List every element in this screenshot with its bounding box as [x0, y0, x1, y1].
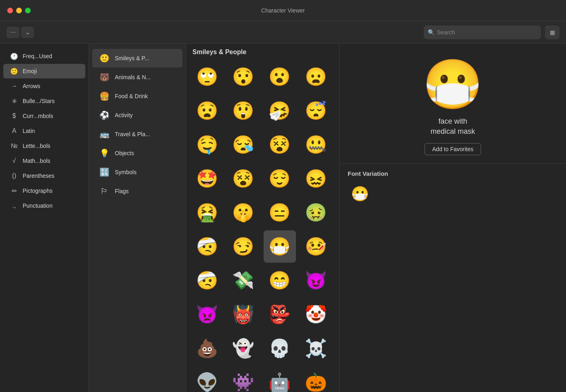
sidebar-icon-currency: $ [10, 112, 19, 120]
sidebar-icon-punctuation: ., [10, 201, 19, 210]
emoji-cell[interactable]: 😖 [300, 162, 332, 195]
sidebar-icon-parentheses: () [10, 171, 19, 180]
emoji-cell[interactable]: 👺 [264, 298, 296, 331]
close-button[interactable] [7, 8, 13, 13]
emoji-cell[interactable]: 🤡 [300, 298, 332, 331]
detail-bottom: Font Variation 😷 [340, 164, 566, 213]
category-item-symbols[interactable]: 🔣Symbols [92, 163, 182, 181]
emoji-cell[interactable]: 😏 [227, 230, 260, 263]
sidebar-label-currency: Curr...mbols [23, 113, 53, 119]
category-item-objects[interactable]: 💡Objects [92, 144, 182, 162]
emoji-cell[interactable]: 🤢 [300, 196, 332, 229]
sidebar-label-punctuation: Punctuation [23, 202, 53, 209]
emoji-cell[interactable]: 😷 [264, 230, 296, 263]
sidebar-item-arrows[interactable]: →Arrows [3, 79, 85, 93]
sidebar-icon-math: √ [10, 156, 19, 165]
add-to-favorites-button[interactable]: Add to Favorites [424, 143, 481, 155]
emoji-cell[interactable]: 🤮 [191, 196, 223, 229]
emoji-cell[interactable]: 🤖 [264, 366, 296, 392]
grid-view-button[interactable]: ▦ [545, 25, 560, 39]
emoji-cell[interactable]: 😪 [227, 129, 260, 161]
emoji-cell[interactable]: ☠️ [300, 332, 332, 365]
emoji-cell[interactable]: 🤤 [191, 129, 223, 161]
category-label-smileys: Smileys & P... [115, 55, 149, 61]
category-item-flags[interactable]: 🏳Flags [92, 182, 182, 200]
font-variation-title: Font Variation [348, 170, 558, 177]
sidebar-item-letter-symbols[interactable]: №Lette...bols [3, 139, 85, 153]
emoji-cell[interactable]: 💸 [227, 264, 260, 297]
emoji-cell[interactable]: 🤐 [300, 129, 332, 161]
titlebar: Character Viewer [0, 0, 566, 21]
detail-name: face withmedical mask [431, 116, 475, 137]
ellipsis-icon: ··· [10, 29, 15, 36]
sidebar-label-latin: Latin [23, 128, 35, 134]
emoji-cell[interactable]: 🎃 [300, 366, 332, 392]
menu-button[interactable]: ··· [6, 27, 19, 38]
emoji-cell[interactable]: 👹 [227, 298, 260, 331]
sidebar-label-letter-symbols: Lette...bols [23, 143, 51, 149]
emoji-cell[interactable]: 😯 [227, 61, 260, 93]
font-variation-cell[interactable]: 😷 [348, 182, 372, 206]
emoji-cell[interactable]: 👾 [227, 366, 260, 392]
emoji-cell[interactable]: 🤧 [264, 95, 296, 127]
sidebar-item-bullets-stars[interactable]: ✳Bulle.../Stars [3, 94, 85, 108]
emoji-grid: 🙄😯😮😦😧😲🤧😴🤤😪😵🤐🤩😵😌😖🤮🤫😑🤢🤕😏😷🤒🤕💸😁😈👿👹👺🤡💩👻💀☠️👽👾🤖… [191, 61, 334, 392]
category-item-activity[interactable]: ⚽Activity [92, 106, 182, 124]
search-box: 🔍 [424, 25, 541, 39]
category-item-food[interactable]: 🍔Food & Drink [92, 87, 182, 105]
category-item-travel[interactable]: 🚌Travel & Pla... [92, 125, 182, 143]
emoji-cell[interactable]: 💩 [191, 332, 223, 365]
emoji-cell[interactable]: 😈 [300, 264, 332, 297]
emoji-cell[interactable]: 👻 [227, 332, 260, 365]
emoji-grid-title: Smileys & People [191, 48, 334, 56]
emoji-cell[interactable]: 🤩 [191, 162, 223, 195]
emoji-cell[interactable]: 😲 [227, 95, 260, 127]
sidebar-label-parentheses: Parentheses [23, 173, 55, 179]
emoji-cell[interactable]: 👿 [191, 298, 223, 331]
category-label-animals: Animals & N... [115, 74, 151, 80]
window-title: Character Viewer [261, 7, 305, 14]
category-label-flags: Flags [115, 188, 129, 194]
window-controls [7, 8, 31, 13]
sidebar-item-currency[interactable]: $Curr...mbols [3, 109, 85, 123]
sidebar-label-freq-used: Freq...Used [23, 53, 52, 59]
sidebar-item-pictographs[interactable]: ✏Pictographs [3, 183, 85, 198]
emoji-cell[interactable]: 🤫 [227, 196, 260, 229]
sidebar-item-parentheses[interactable]: ()Parentheses [3, 169, 85, 183]
category-icon-activity: ⚽ [99, 110, 110, 121]
emoji-cell[interactable]: 💀 [264, 332, 296, 365]
sidebar-item-punctuation[interactable]: .,Punctuation [3, 198, 85, 213]
emoji-grid-column: Smileys & People 🙄😯😮😦😧😲🤧😴🤤😪😵🤐🤩😵😌😖🤮🤫😑🤢🤕😏😷… [186, 44, 340, 392]
emoji-cell[interactable]: 👽 [191, 366, 223, 392]
emoji-cell[interactable]: 😦 [300, 61, 332, 93]
emoji-cell[interactable]: 😵 [264, 129, 296, 161]
sidebar-icon-pictographs: ✏ [10, 186, 19, 195]
sidebar-item-emoji[interactable]: 🙂Emoji [3, 64, 85, 78]
sidebar-label-math: Math...bols [23, 158, 50, 164]
category-item-smileys[interactable]: 🙂Smileys & P... [92, 49, 182, 67]
sidebar-icon-bullets-stars: ✳ [10, 97, 19, 105]
sidebar-item-math[interactable]: √Math...bols [3, 154, 85, 168]
emoji-cell[interactable]: 🤒 [300, 230, 332, 263]
emoji-cell[interactable]: 😴 [300, 95, 332, 127]
emoji-cell[interactable]: 😮 [264, 61, 296, 93]
emoji-cell[interactable]: 🤕 [191, 264, 223, 297]
sidebar-label-emoji: Emoji [23, 68, 37, 74]
emoji-cell[interactable]: 😵 [227, 162, 260, 195]
emoji-cell[interactable]: 😑 [264, 196, 296, 229]
dropdown-button[interactable]: ⌄ [21, 27, 34, 38]
sidebar-item-latin[interactable]: ALatin [3, 124, 85, 138]
maximize-button[interactable] [25, 8, 31, 13]
minimize-button[interactable] [16, 8, 22, 13]
category-item-animals[interactable]: 🐻Animals & N... [92, 68, 182, 86]
emoji-cell[interactable]: 🙄 [191, 61, 223, 93]
emoji-cell[interactable]: 😁 [264, 264, 296, 297]
emoji-cell[interactable]: 😌 [264, 162, 296, 195]
emoji-cell[interactable]: 😧 [191, 95, 223, 127]
category-icon-animals: 🐻 [99, 72, 110, 83]
category-icon-symbols: 🔣 [99, 166, 110, 178]
category-label-food: Food & Drink [115, 93, 148, 99]
sidebar-item-freq-used[interactable]: 🕐Freq...Used [3, 49, 85, 63]
search-input[interactable] [437, 29, 537, 36]
emoji-cell[interactable]: 🤕 [191, 230, 223, 263]
